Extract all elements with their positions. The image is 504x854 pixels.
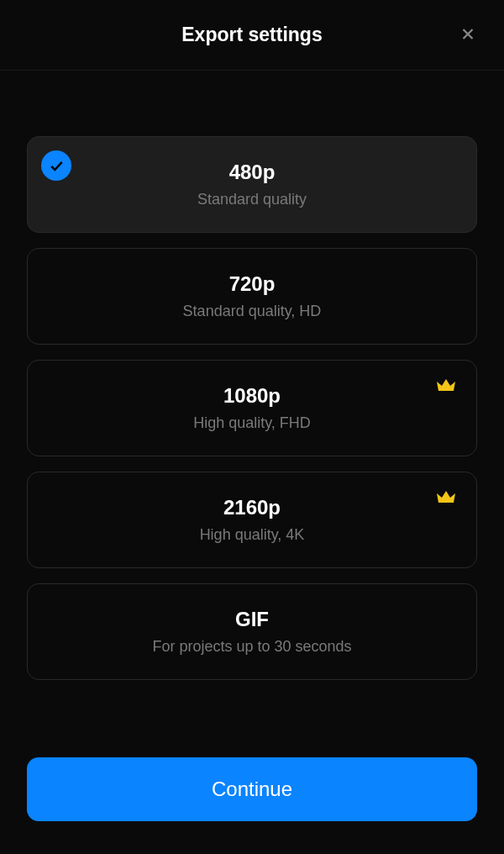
- option-subtitle: For projects up to 30 seconds: [152, 638, 351, 656]
- option-title: 2160p: [223, 496, 281, 519]
- close-icon: [459, 24, 477, 43]
- option-subtitle: Standard quality: [197, 191, 307, 208]
- option-title: 720p: [229, 272, 276, 296]
- selected-badge: [41, 150, 71, 181]
- option-subtitle: High quality, 4K: [200, 526, 305, 544]
- premium-badge: [436, 489, 456, 509]
- option-480p[interactable]: 480p Standard quality: [27, 136, 477, 233]
- option-subtitle: Standard quality, HD: [183, 303, 322, 320]
- option-title: GIF: [235, 608, 269, 631]
- crown-icon: [436, 377, 456, 394]
- option-1080p[interactable]: 1080p High quality, FHD: [27, 360, 477, 456]
- option-title: 1080p: [223, 384, 281, 408]
- check-icon: [48, 157, 65, 174]
- option-2160p[interactable]: 2160p High quality, 4K: [27, 472, 477, 568]
- option-title: 480p: [229, 161, 276, 184]
- modal-header: Export settings: [0, 0, 504, 71]
- crown-icon: [436, 489, 456, 506]
- option-subtitle: High quality, FHD: [193, 414, 311, 432]
- options-list: 480p Standard quality 720p Standard qual…: [0, 71, 504, 707]
- close-button[interactable]: [455, 21, 480, 49]
- continue-button[interactable]: Continue: [27, 757, 477, 821]
- page-title: Export settings: [181, 24, 322, 46]
- option-gif[interactable]: GIF For projects up to 30 seconds: [27, 583, 477, 680]
- premium-badge: [436, 377, 456, 398]
- option-720p[interactable]: 720p Standard quality, HD: [27, 248, 477, 345]
